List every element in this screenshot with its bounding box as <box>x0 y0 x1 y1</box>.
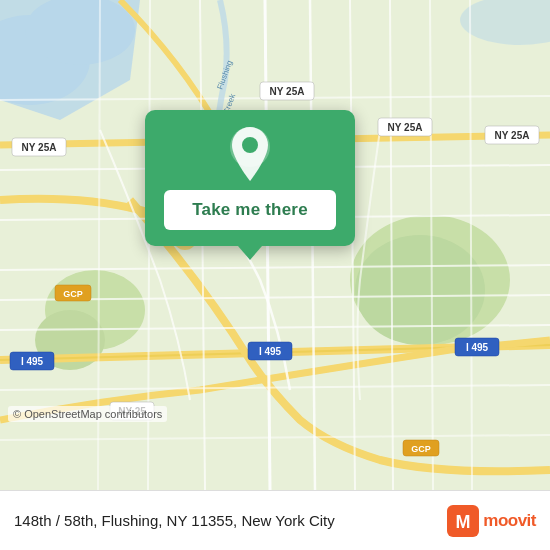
svg-text:GCP: GCP <box>411 444 431 454</box>
svg-text:NY 25A: NY 25A <box>495 130 530 141</box>
map-container: NY 25A NY 25A NY 25A NY 25A I 495 I 495 … <box>0 0 550 490</box>
moovit-brand-label: moovit <box>483 511 536 531</box>
svg-text:I 495: I 495 <box>21 356 44 367</box>
svg-point-54 <box>242 137 258 153</box>
moovit-logo: M moovit <box>447 505 536 537</box>
location-pin-icon <box>224 128 276 180</box>
svg-text:NY 25A: NY 25A <box>270 86 305 97</box>
moovit-icon: M <box>447 505 479 537</box>
svg-point-8 <box>355 235 485 345</box>
svg-text:M: M <box>456 512 471 532</box>
location-popup: Take me there <box>145 110 355 246</box>
address-label: 148th / 58th, Flushing, NY 11355, New Yo… <box>14 512 447 529</box>
svg-text:NY 25A: NY 25A <box>22 142 57 153</box>
svg-text:I 495: I 495 <box>466 342 489 353</box>
bottom-bar: 148th / 58th, Flushing, NY 11355, New Yo… <box>0 490 550 550</box>
svg-text:GCP: GCP <box>63 289 83 299</box>
take-me-there-button[interactable]: Take me there <box>164 190 336 230</box>
map-attribution: © OpenStreetMap contributors <box>8 406 167 422</box>
svg-text:NY 25A: NY 25A <box>388 122 423 133</box>
svg-text:I 495: I 495 <box>259 346 282 357</box>
